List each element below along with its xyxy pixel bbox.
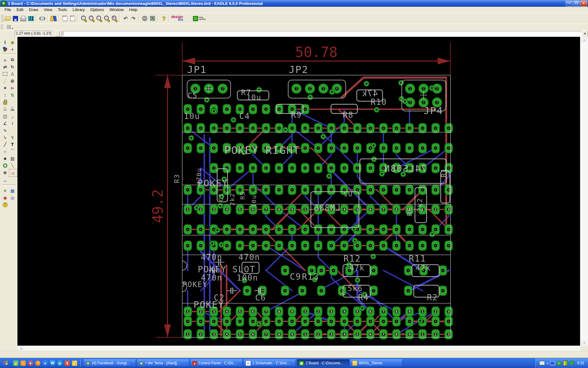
- copy-tool-icon[interactable]: ⧉: [9, 56, 16, 63]
- scroll-left-arrow[interactable]: ◄: [18, 346, 24, 351]
- toolbar-handle[interactable]: [1, 15, 3, 22]
- pcb-quote-logo[interactable]: PCBQUOTE: [190, 15, 209, 22]
- menu-library[interactable]: Library: [70, 7, 88, 12]
- menu-help[interactable]: Help: [126, 7, 140, 12]
- zoom-out-button[interactable]: −: [95, 15, 103, 22]
- quicklaunch-windows-live[interactable]: W: [50, 361, 55, 366]
- horizontal-scrollbar[interactable]: ◄: [17, 346, 580, 351]
- color-profile-icon[interactable]: [563, 361, 568, 366]
- quicklaunch-firefox[interactable]: [35, 361, 40, 366]
- windows-update-icon[interactable]: ↻: [557, 361, 561, 366]
- go-button[interactable]: [149, 15, 156, 22]
- scroll-up-arrow[interactable]: ▲: [581, 37, 587, 42]
- signal-tool-icon[interactable]: ╲: [9, 162, 16, 169]
- menu-tools[interactable]: Tools: [55, 7, 70, 12]
- auto-tool-icon[interactable]: ▦: [9, 187, 16, 194]
- zoom-select-button[interactable]: ≡: [103, 15, 111, 22]
- undo-button[interactable]: ↶: [122, 15, 130, 22]
- name-tool-icon[interactable]: R210k: [2, 105, 9, 113]
- wire-tool-icon[interactable]: ╱: [2, 141, 9, 148]
- cut-tool-icon[interactable]: ╱: [2, 77, 9, 84]
- rect-tool-icon[interactable]: ■: [2, 155, 9, 162]
- drc-tool-icon[interactable]: ◉: [2, 194, 9, 201]
- help-button[interactable]: ?: [160, 15, 168, 22]
- schematic-board-toggle[interactable]: [38, 15, 46, 22]
- group-tool-icon[interactable]: [2, 70, 9, 77]
- optimize-tool-icon[interactable]: ≀: [9, 120, 16, 127]
- quicklaunch-telegram[interactable]: ▸: [57, 361, 62, 366]
- run-script-button[interactable]: SCR: [61, 15, 69, 22]
- board-canvas[interactable]: 1234567891234567891231234567891234567891…: [17, 37, 580, 346]
- quicklaunch-messenger[interactable]: ∴: [21, 361, 26, 366]
- ripup-tool-icon[interactable]: ↯: [9, 134, 16, 141]
- menu-window[interactable]: Window: [107, 7, 126, 12]
- text-tool-icon[interactable]: T: [9, 141, 16, 148]
- mark-tool-icon[interactable]: +: [9, 46, 16, 53]
- zoom-in-button[interactable]: +: [88, 15, 95, 22]
- errors-tool-icon[interactable]: !: [2, 201, 9, 208]
- zoom-fit-button[interactable]: □: [80, 15, 88, 22]
- value-tool-icon[interactable]: R210k: [9, 105, 16, 113]
- gateswap-tool-icon[interactable]: ⇅: [9, 91, 16, 98]
- start-button[interactable]: [3, 360, 8, 366]
- designlink-logo[interactable]: designlink: [171, 14, 190, 23]
- move-tool-icon[interactable]: [2, 56, 9, 63]
- taskbar-button-control-panel[interactable]: ▲Control Panel - C:\Do...: [190, 359, 243, 367]
- minimize-button[interactable]: —: [566, 1, 572, 6]
- lock-tool-icon[interactable]: [2, 98, 9, 105]
- security-shield-icon[interactable]: ✓: [570, 361, 574, 366]
- miter-tool-icon[interactable]: ◞: [9, 113, 16, 120]
- menu-edit[interactable]: Edit: [14, 7, 26, 12]
- grid-button[interactable]: [6, 24, 13, 30]
- hidden-icons-chevron[interactable]: ◂: [547, 362, 548, 365]
- open-button[interactable]: [4, 15, 12, 22]
- restore-button[interactable]: ❐: [573, 1, 580, 6]
- meander-tool-icon[interactable]: ∿: [2, 127, 9, 134]
- errc-tool-icon[interactable]: ◎: [9, 194, 16, 201]
- attribute-tool-icon[interactable]: >AT: [9, 169, 17, 177]
- mirror-tool-icon[interactable]: ⇄: [2, 63, 9, 70]
- info-tool-icon[interactable]: i: [2, 39, 9, 46]
- circle-tool-icon[interactable]: ○: [2, 148, 9, 155]
- taskbar-button-facebook[interactable]: (4) Facebook - Googl...: [84, 359, 136, 367]
- quicklaunch-internet-explorer[interactable]: e: [43, 361, 48, 366]
- ratsnest-tool-icon[interactable]: ×: [2, 187, 9, 194]
- polygon-tool-icon[interactable]: ▨: [9, 155, 16, 162]
- delete-tool-icon[interactable]: ×: [2, 84, 9, 91]
- export-image-button[interactable]: [27, 15, 35, 22]
- keyboard-layout-icon[interactable]: [539, 361, 545, 365]
- via-tool-icon[interactable]: [2, 162, 9, 169]
- print-button[interactable]: [19, 15, 27, 22]
- menu-file[interactable]: File: [2, 7, 14, 12]
- change-tool-icon[interactable]: Δ: [9, 70, 16, 77]
- paste-tool-icon[interactable]: ⊞: [9, 77, 16, 84]
- display-tool-icon[interactable]: [2, 46, 9, 53]
- stop-button[interactable]: STOP: [141, 15, 149, 22]
- quicklaunch-downloader[interactable]: ↯: [65, 361, 70, 366]
- menu-view[interactable]: View: [41, 7, 55, 12]
- coordinate-splitter[interactable]: [55, 31, 60, 37]
- rotate-tool-icon[interactable]: ↻: [9, 63, 16, 70]
- menu-options[interactable]: Options: [88, 7, 107, 12]
- redo-button[interactable]: ↷: [130, 15, 137, 22]
- toolbar-handle[interactable]: [1, 24, 3, 31]
- close-button[interactable]: ×: [580, 1, 587, 6]
- split-tool-icon[interactable]: ∠: [2, 120, 9, 127]
- taskbar-button-board[interactable]: ▦2 Board - C:\Docume...: [297, 359, 349, 367]
- vertical-scrollbar[interactable]: ▲ ▼: [580, 37, 588, 346]
- taskbar-button-folder[interactable]: 800XL_Stereo: [350, 359, 402, 367]
- hole-tool-icon[interactable]: ⊕: [2, 169, 9, 176]
- run-ulp-button[interactable]: ULP: [69, 15, 76, 22]
- quicklaunch-utorrent[interactable]: µ: [13, 361, 18, 366]
- command-history-dropdown[interactable]: ▼: [582, 31, 588, 37]
- smash-tool-icon[interactable]: ◫: [2, 113, 9, 120]
- pinswap-tool-icon[interactable]: ↕: [2, 91, 9, 98]
- zoom-redraw-button[interactable]: ↻: [111, 15, 118, 22]
- scroll-down-arrow[interactable]: ▼: [581, 340, 587, 346]
- library-button[interactable]: [50, 15, 57, 22]
- quicklaunch-chrome[interactable]: [28, 361, 33, 366]
- command-input[interactable]: [62, 31, 582, 37]
- network-icon[interactable]: [550, 361, 555, 365]
- show-tool-icon[interactable]: ◉: [9, 39, 16, 46]
- add-tool-icon[interactable]: ⊳: [9, 84, 16, 91]
